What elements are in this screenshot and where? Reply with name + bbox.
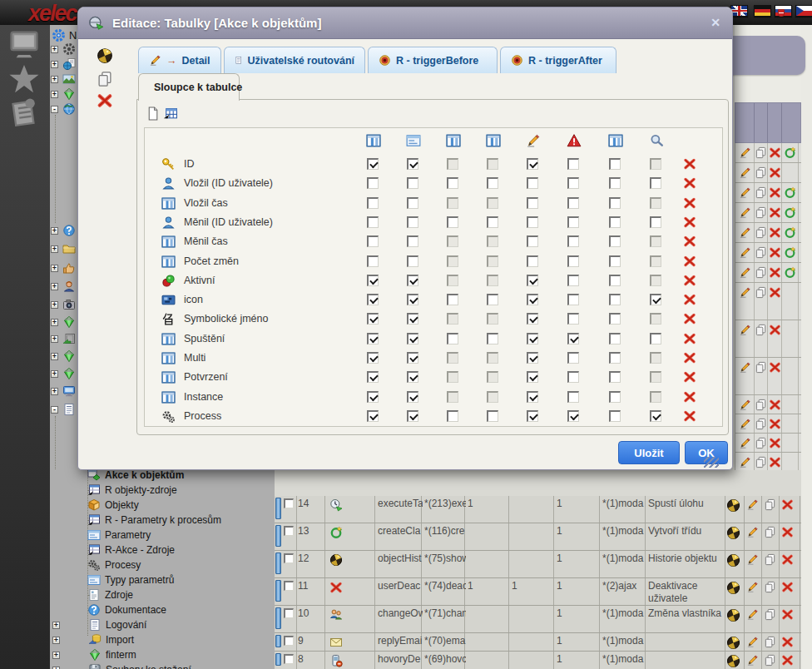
row-checkbox[interactable] xyxy=(284,654,294,664)
run-row-button[interactable] xyxy=(784,146,796,159)
edit-row-button[interactable] xyxy=(739,166,751,179)
tree-item-objekty[interactable]: Objekty xyxy=(87,498,139,513)
column-flag-checkbox[interactable] xyxy=(367,235,379,247)
column-flag-checkbox[interactable] xyxy=(567,216,579,228)
column-flag-checkbox[interactable] xyxy=(567,391,579,403)
column-flag-checkbox[interactable] xyxy=(609,391,621,403)
expand-icon[interactable]: + xyxy=(51,76,58,83)
column-flag-checkbox[interactable] xyxy=(367,294,379,305)
copy-row-button[interactable] xyxy=(755,226,767,239)
column-flag-checkbox[interactable] xyxy=(527,294,538,305)
delete-column-button[interactable] xyxy=(683,351,696,364)
edit-row-button[interactable] xyxy=(746,581,759,593)
delete-button[interactable] xyxy=(97,92,113,109)
row-checkbox[interactable] xyxy=(284,636,294,646)
row-checkbox[interactable] xyxy=(284,526,294,536)
delete-column-button[interactable] xyxy=(683,293,696,306)
delete-row-button[interactable] xyxy=(781,608,794,621)
delete-column-button[interactable] xyxy=(683,370,696,384)
column-flag-checkbox[interactable] xyxy=(527,158,538,170)
copy-row-button[interactable] xyxy=(764,581,776,593)
column-flag-checkbox[interactable] xyxy=(407,216,418,228)
column-flag-checkbox[interactable] xyxy=(567,410,579,422)
column-flag-checkbox[interactable] xyxy=(609,410,621,422)
close-button[interactable]: ✕ xyxy=(707,14,724,31)
tree-node[interactable]: + xyxy=(51,366,76,381)
edit-row-button[interactable] xyxy=(739,361,751,374)
delete-column-button[interactable] xyxy=(683,255,696,268)
column-flag-checkbox[interactable] xyxy=(367,333,379,344)
tree-item-r-akce-zdroje[interactable]: R-Akce - Zdroje xyxy=(87,543,175,558)
column-flag-checkbox[interactable] xyxy=(609,197,621,209)
copy-row-button[interactable] xyxy=(764,553,776,566)
edit-row-button[interactable] xyxy=(739,186,751,199)
column-flag-checkbox[interactable] xyxy=(367,371,379,383)
edit-row-button[interactable] xyxy=(739,437,751,449)
column-flag-checkbox[interactable] xyxy=(527,235,538,247)
expand-icon[interactable]: + xyxy=(51,46,58,53)
column-flag-checkbox[interactable] xyxy=(609,371,621,383)
column-flag-checkbox[interactable] xyxy=(527,333,538,344)
column-flag-checkbox[interactable] xyxy=(367,352,379,364)
tree-node[interactable]: + xyxy=(51,260,76,275)
column-flag-checkbox[interactable] xyxy=(650,333,661,344)
column-flag-checkbox[interactable] xyxy=(407,391,418,403)
column-flag-checkbox[interactable] xyxy=(567,294,579,305)
row-checkbox[interactable] xyxy=(284,581,294,591)
tree-item-soubory-ke-sta-en[interactable]: +Soubory ke stažení xyxy=(52,662,191,669)
delete-row-button[interactable] xyxy=(769,418,781,430)
tree-node[interactable]: + xyxy=(51,279,76,294)
drag-handle[interactable] xyxy=(275,580,281,602)
column-flag-checkbox[interactable] xyxy=(567,352,579,364)
column-flag-checkbox[interactable] xyxy=(609,352,621,364)
edit-row-button[interactable] xyxy=(739,206,751,219)
tree-node[interactable]: + xyxy=(51,57,76,72)
delete-row-button[interactable] xyxy=(769,186,781,199)
column-flag-checkbox[interactable] xyxy=(567,158,579,170)
copy-row-button[interactable] xyxy=(755,146,767,159)
column-flag-checkbox[interactable] xyxy=(567,255,579,267)
column-flag-checkbox[interactable] xyxy=(367,391,379,403)
column-flag-checkbox[interactable] xyxy=(367,275,379,286)
column-flag-checkbox[interactable] xyxy=(567,235,579,247)
column-flag-checkbox[interactable] xyxy=(527,255,538,267)
edit-row-button[interactable] xyxy=(739,286,751,299)
copy-row-button[interactable] xyxy=(755,324,767,336)
expand-icon[interactable]: + xyxy=(51,265,58,272)
column-flag-checkbox[interactable] xyxy=(527,391,538,403)
column-flag-checkbox[interactable] xyxy=(407,371,418,383)
expand-icon[interactable]: + xyxy=(51,227,58,235)
column-flag-checkbox[interactable] xyxy=(609,158,621,170)
tab-r-triggerbefore[interactable]: R - triggerBefore xyxy=(368,47,498,73)
edit-row-button[interactable] xyxy=(739,246,751,259)
flag-sk[interactable] xyxy=(775,5,792,17)
delete-row-button[interactable] xyxy=(781,498,794,511)
delete-row-button[interactable] xyxy=(769,324,781,336)
delete-column-button[interactable] xyxy=(683,312,696,325)
column-flag-checkbox[interactable] xyxy=(407,313,418,325)
delete-row-button[interactable] xyxy=(769,226,781,239)
flag-de[interactable] xyxy=(754,5,771,17)
column-flag-checkbox[interactable] xyxy=(609,294,621,305)
column-flag-checkbox[interactable] xyxy=(487,333,498,344)
column-flag-checkbox[interactable] xyxy=(407,235,418,247)
column-flag-checkbox[interactable] xyxy=(367,177,379,189)
delete-column-button[interactable] xyxy=(683,409,696,423)
resize-handle[interactable] xyxy=(704,457,719,468)
flag-cz[interactable] xyxy=(795,5,812,17)
tree-item-dokumentace[interactable]: Dokumentace xyxy=(87,602,166,617)
delete-row-button[interactable] xyxy=(769,361,781,374)
column-flag-checkbox[interactable] xyxy=(407,294,418,305)
delete-row-button[interactable] xyxy=(781,636,794,648)
column-flag-checkbox[interactable] xyxy=(367,158,379,170)
tab-detail[interactable]: →Detail xyxy=(138,47,221,73)
expand-icon[interactable]: + xyxy=(51,388,58,395)
tab-r-triggerafter[interactable]: R - triggerAfter xyxy=(500,47,616,73)
column-flag-checkbox[interactable] xyxy=(407,197,418,209)
delete-column-button[interactable] xyxy=(683,274,696,287)
copy-row-button[interactable] xyxy=(755,361,767,374)
copy-row-button[interactable] xyxy=(755,418,767,430)
column-flag-checkbox[interactable] xyxy=(567,313,579,325)
expand-icon[interactable]: + xyxy=(51,283,58,290)
column-flag-checkbox[interactable] xyxy=(609,216,621,228)
